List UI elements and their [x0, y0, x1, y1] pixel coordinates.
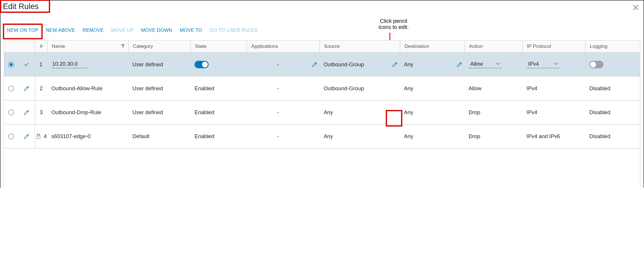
col-category[interactable]: Category [128, 41, 190, 52]
edit-row-button[interactable] [18, 124, 35, 148]
logging-cell[interactable] [585, 53, 640, 76]
filter-icon[interactable] [121, 44, 125, 48]
row-number-value: 1 [39, 61, 42, 67]
source-pencil-spacer [310, 124, 320, 148]
new-above-button[interactable]: NEW ABOVE [46, 28, 75, 33]
row-select[interactable] [4, 77, 18, 100]
row-number: 4 [35, 124, 47, 148]
ip-protocol-cell: IPv4 [522, 77, 585, 100]
action-pencil-spacer [454, 77, 464, 100]
edit-row-button[interactable] [18, 77, 35, 100]
col-number[interactable]: # [35, 41, 47, 52]
applications-cell: - [247, 77, 309, 100]
col-logging[interactable]: Logging [585, 41, 640, 52]
source-cell: Outbound-Group [320, 77, 390, 100]
name-input[interactable]: 10.20.30.0 [51, 61, 89, 68]
category-cell: User defined [128, 53, 190, 76]
table-row[interactable]: 3Outbound-Drop-RuleUser definedEnabled-A… [4, 100, 640, 124]
edit-row-button[interactable] [18, 100, 35, 124]
destination-cell: Any [400, 124, 454, 148]
col-source[interactable]: Source [320, 41, 390, 52]
state-toggle[interactable] [195, 61, 209, 68]
col-state[interactable]: State [191, 41, 247, 52]
new-on-top-button[interactable]: NEW ON TOP [7, 28, 38, 33]
dialog-title: Edit Rules [0, 2, 42, 13]
row-number-value: 3 [40, 109, 43, 115]
destination-cell: Any [400, 53, 454, 76]
state-cell: Enabled [191, 100, 247, 124]
lock-icon [36, 133, 41, 139]
action-cell: Allow [464, 77, 522, 100]
source-cell: Any [320, 100, 390, 124]
action-value: Allow [470, 61, 483, 67]
col-dest-pencil [390, 41, 400, 52]
toolbar: NEW ON TOP NEW ABOVE REMOVE MOVE UP MOVE… [0, 13, 643, 37]
edit-source-button[interactable] [310, 53, 320, 76]
move-up-button: MOVE UP [111, 28, 134, 33]
table-row[interactable]: 4s603107-edge-0DefaultEnabled-AnyAnyDrop… [4, 124, 640, 148]
radio-icon [8, 86, 14, 91]
col-select [4, 41, 18, 52]
edit-action-button[interactable] [454, 53, 464, 76]
logging-toggle[interactable] [589, 61, 603, 68]
state-cell: Enabled [191, 124, 247, 148]
go-to-user-rules-button: GO TO USER RULES [210, 28, 258, 33]
table-row[interactable]: 2Outbound-Allow-RuleUser definedEnabled-… [4, 77, 640, 100]
action-pencil-spacer [454, 100, 464, 124]
edit-destination-button[interactable] [390, 53, 400, 76]
rules-table: # Name Category State Applications Sourc… [4, 40, 640, 188]
pencil-icon [24, 133, 30, 139]
logging-cell: Disabled [585, 100, 640, 124]
row-number: 1 [35, 53, 47, 76]
action-cell: Drop [464, 100, 522, 124]
state-cell[interactable] [191, 53, 247, 76]
ip-protocol-cell[interactable]: IPv4 [522, 53, 585, 76]
remove-button[interactable]: REMOVE [83, 28, 104, 33]
table-row[interactable]: 110.20.30.0User defined-Outbound-GroupAn… [4, 53, 640, 77]
chevron-down-icon [554, 62, 558, 66]
title-bar: Edit Rules [0, 0, 643, 13]
action-select[interactable]: Allow [468, 61, 501, 68]
row-number: 3 [35, 100, 47, 124]
col-applications[interactable]: Applications [247, 41, 309, 52]
table-body: 110.20.30.0User defined-Outbound-GroupAn… [4, 53, 640, 188]
source-pencil-spacer [310, 77, 320, 100]
applications-cell: - [247, 124, 309, 148]
col-destination[interactable]: Destination [400, 41, 454, 52]
logging-cell: Disabled [585, 77, 640, 100]
row-select[interactable] [4, 53, 18, 76]
col-action[interactable]: Action [464, 41, 522, 52]
edit-rules-dialog: Edit Rules NEW ON TOP NEW ABOVE REMOVE M… [0, 0, 644, 188]
ip-protocol-cell: IPv4 and IPv6 [522, 124, 585, 148]
ip-protocol-cell: IPv4 [522, 100, 585, 124]
action-cell: Drop [464, 124, 522, 148]
col-name-label: Name [52, 44, 65, 49]
name-cell: s603107-edge-0 [47, 124, 128, 148]
category-cell: Default [128, 124, 190, 148]
radio-icon [8, 61, 14, 67]
pencil-icon [456, 61, 462, 67]
row-select[interactable] [4, 100, 18, 124]
source-pencil-spacer [310, 100, 320, 124]
ip-protocol-select[interactable]: IPv4 [527, 61, 560, 68]
action-pencil-spacer [454, 124, 464, 148]
col-status [18, 41, 35, 52]
close-button[interactable] [628, 2, 644, 13]
col-ip-protocol[interactable]: IP Protocol [522, 41, 585, 52]
name-cell[interactable]: 10.20.30.0 [47, 53, 128, 76]
logging-cell: Disabled [585, 124, 640, 148]
row-number-value: 4 [44, 133, 47, 139]
source-cell: Any [320, 124, 390, 148]
destination-pencil-spacer [390, 100, 400, 124]
move-to-button[interactable]: MOVE TO [180, 28, 202, 33]
row-select[interactable] [4, 124, 18, 148]
applications-cell: - [247, 53, 309, 76]
name-cell: Outbound-Allow-Rule [47, 77, 128, 100]
col-name[interactable]: Name [47, 41, 128, 52]
action-cell[interactable]: Allow [464, 53, 522, 76]
destination-pencil-spacer [390, 77, 400, 100]
move-down-button[interactable]: MOVE DOWN [141, 28, 172, 33]
table-header: # Name Category State Applications Sourc… [4, 41, 640, 53]
pencil-icon [392, 61, 398, 67]
chevron-down-icon [496, 62, 500, 66]
